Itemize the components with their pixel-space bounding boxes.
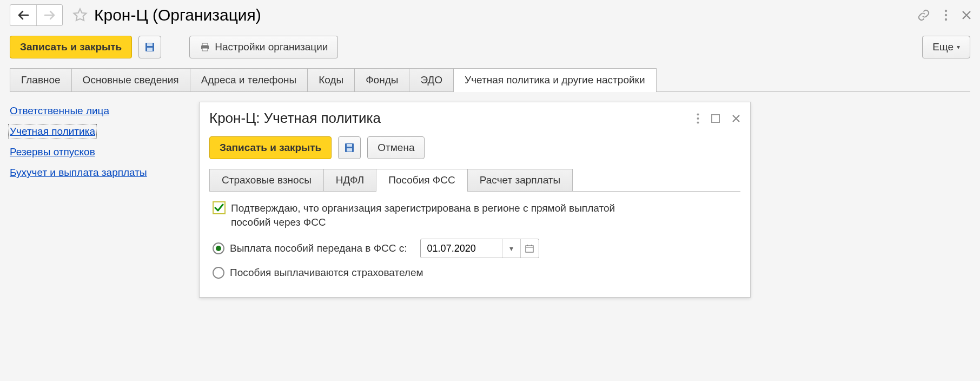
sub-window-header: Крон-Ц: Учетная политика: [200, 102, 750, 131]
radio-insured-pays-row: Пособия выплачиваются страхователем: [213, 267, 737, 279]
date-dropdown-button[interactable]: ▾: [502, 239, 520, 258]
confirm-checkbox[interactable]: [213, 201, 226, 214]
confirm-row: Подтверждаю, что организация зарегистрир…: [213, 201, 737, 229]
svg-point-0: [945, 10, 947, 12]
sub-save-and-close-button[interactable]: Записать и закрыть: [209, 136, 332, 159]
back-button[interactable]: [10, 5, 36, 25]
svg-rect-4: [147, 43, 153, 46]
link-responsible[interactable]: Ответственные лица: [10, 105, 109, 117]
radio-insured-pays-label: Пособия выплачиваются страхователем: [230, 267, 423, 279]
tab-basic-info[interactable]: Основные сведения: [71, 68, 190, 91]
link-accounting-salary[interactable]: Бухучет и выплата зарплаты: [10, 167, 147, 179]
svg-rect-14: [347, 144, 352, 147]
page-title: Крон-Ц (Организация): [94, 6, 261, 24]
sub-tabs: Страховые взносы НДФЛ Пособия ФСС Расчет…: [209, 169, 740, 192]
svg-point-1: [945, 14, 947, 16]
tab-addresses[interactable]: Адреса и телефоны: [190, 68, 308, 91]
radio-fss-transferred[interactable]: [213, 242, 224, 254]
subtab-ndfl[interactable]: НДФЛ: [323, 169, 376, 191]
main-toolbar: Записать и закрыть Настройки организации…: [0, 30, 980, 64]
header-controls: [917, 9, 971, 22]
svg-rect-5: [147, 48, 153, 51]
save-icon: [344, 142, 355, 153]
link-accounting-policy[interactable]: Учетная политика: [10, 126, 95, 137]
print-icon: [200, 42, 210, 52]
favorite-icon[interactable]: [69, 4, 91, 26]
tab-codes[interactable]: Коды: [307, 68, 355, 91]
sub-save-button[interactable]: [338, 136, 361, 159]
fss-date-field: ▾: [420, 239, 539, 258]
subtab-insurance[interactable]: Страховые взносы: [209, 169, 324, 191]
svg-point-9: [697, 113, 699, 115]
fss-date-input[interactable]: [421, 239, 502, 258]
confirm-label: Подтверждаю, что организация зарегистрир…: [231, 201, 620, 229]
svg-rect-8: [202, 48, 208, 51]
tab-main[interactable]: Главное: [10, 68, 72, 91]
forward-button[interactable]: [36, 5, 62, 25]
radio-fss-transferred-label: Выплата пособий передана в ФСС с:: [230, 242, 407, 254]
save-icon: [144, 42, 155, 52]
tab-funds[interactable]: Фонды: [354, 68, 409, 91]
svg-point-2: [945, 18, 947, 21]
tab-accounting-policy[interactable]: Учетная политика и другие настройки: [453, 68, 656, 91]
svg-rect-12: [712, 115, 719, 122]
cancel-button[interactable]: Отмена: [367, 136, 425, 159]
content-area: Ответственные лица Учетная политика Резе…: [0, 92, 980, 307]
link-vacation-reserves[interactable]: Резервы отпусков: [10, 146, 95, 158]
radio-fss-transferred-row: Выплата пособий передана в ФСС с: ▾: [213, 239, 737, 258]
sub-window: Крон-Ц: Учетная политика Записать и закр…: [199, 102, 751, 298]
org-settings-button[interactable]: Настройки организации: [189, 36, 338, 58]
close-icon[interactable]: [962, 10, 971, 20]
date-picker-button[interactable]: [520, 239, 539, 258]
kebab-icon[interactable]: [944, 9, 948, 21]
save-and-close-button[interactable]: Записать и закрыть: [10, 36, 132, 58]
arrow-left-icon: [17, 10, 29, 20]
sub-window-controls: [697, 113, 740, 124]
svg-rect-15: [347, 148, 352, 152]
sub-kebab-icon[interactable]: [697, 113, 699, 124]
link-icon[interactable]: [917, 9, 930, 22]
chevron-down-icon: ▾: [957, 43, 960, 51]
sub-toolbar: Записать и закрыть Отмена: [200, 131, 750, 165]
more-button[interactable]: Еще ▾: [922, 36, 970, 58]
arrow-right-icon: [44, 10, 56, 20]
save-button[interactable]: [138, 36, 161, 58]
subtab-fss-benefits[interactable]: Пособия ФСС: [376, 169, 467, 191]
org-settings-label: Настройки организации: [215, 41, 328, 53]
window-header: Крон-Ц (Организация): [0, 0, 980, 30]
sub-maximize-icon[interactable]: [711, 113, 720, 124]
sub-close-icon[interactable]: [732, 113, 740, 124]
sub-window-title: Крон-Ц: Учетная политика: [209, 110, 381, 127]
main-tabs: Главное Основные сведения Адреса и телеф…: [10, 68, 970, 92]
radio-insured-pays[interactable]: [213, 267, 224, 279]
tab-edo[interactable]: ЭДО: [409, 68, 454, 91]
calendar-icon: [525, 244, 534, 253]
nav-buttons: [10, 4, 63, 26]
svg-point-11: [697, 121, 699, 123]
more-label: Еще: [932, 41, 953, 53]
subtab-salary-calc[interactable]: Расчет зарплаты: [467, 169, 573, 191]
svg-rect-16: [526, 246, 533, 252]
svg-rect-7: [202, 43, 208, 45]
side-links: Ответственные лица Учетная политика Резе…: [10, 102, 183, 298]
fss-panel: Подтверждаю, что организация зарегистрир…: [200, 192, 750, 297]
check-icon: [214, 203, 224, 213]
svg-point-10: [697, 117, 699, 120]
